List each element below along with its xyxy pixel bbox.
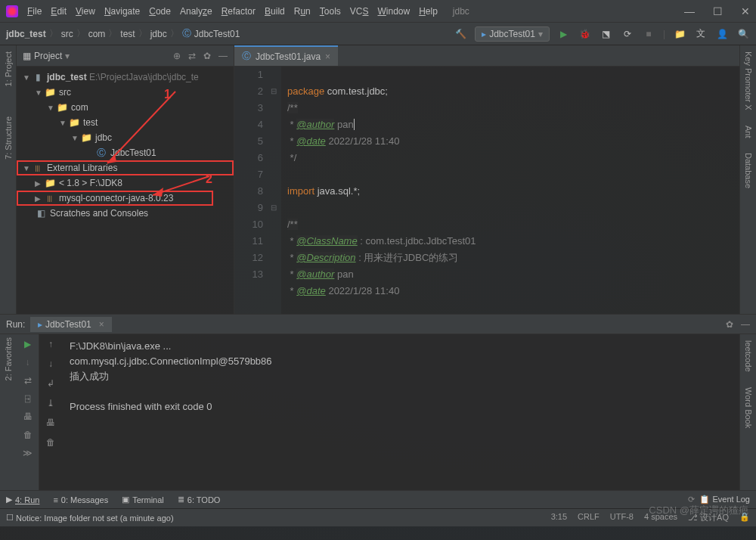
tab-label: JdbcTest01.java [256, 51, 321, 62]
update-button[interactable]: 📁 [673, 27, 686, 41]
bottom-todo[interactable]: ≣ 6: TODO [178, 495, 221, 504]
avatar-icon[interactable]: 👤 [715, 27, 729, 41]
menu-file[interactable]: File [27, 6, 42, 17]
run-button[interactable]: ▶ [557, 27, 571, 41]
tool-favorites[interactable]: 2: Favorites [4, 337, 13, 380]
export-button[interactable]: ⍈ [25, 393, 30, 404]
gear-icon[interactable]: ✿ [726, 319, 733, 330]
tree-scratches[interactable]: ◧Scratches and Consoles [17, 206, 234, 221]
crumb-com[interactable]: com [88, 29, 106, 39]
run-panel: Run: ▸JdbcTest01× ✿ — 2: Favorites ▶ ↓ ⇄… [0, 314, 756, 490]
profile-button[interactable]: ⟳ [621, 27, 634, 41]
crumb-class[interactable]: JdbcTest01 [194, 29, 240, 39]
event-log[interactable]: 📋 Event Log [699, 495, 750, 504]
line-sep[interactable]: CRLF [578, 512, 600, 523]
breadcrumb[interactable]: jdbc_test〉 src〉 com〉 test〉 jdbc〉 Ⓒ JdbcT… [6, 27, 240, 40]
tree-mysql-connector[interactable]: ▶⫼mysql-connector-java-8.0.23 [17, 191, 213, 206]
progress-icon[interactable]: ⟳ [688, 495, 695, 504]
menu-tools[interactable]: Tools [320, 6, 341, 17]
tool-project[interactable]: 1: Project [4, 51, 13, 86]
tree-com[interactable]: ▼📁com [17, 100, 234, 115]
maximize-button[interactable]: ☐ [713, 5, 723, 17]
stop-button[interactable]: ■ [642, 27, 655, 41]
status-icon[interactable]: ☐ [6, 513, 14, 523]
minimize-button[interactable]: — [684, 5, 695, 17]
close-button[interactable]: ✕ [741, 5, 750, 17]
bottom-terminal[interactable]: ▣ Terminal [122, 495, 164, 504]
tree-jdk[interactable]: ▶📁< 1.8 > F:\JDK8 [17, 175, 234, 191]
rerun-button[interactable]: ▶ [24, 339, 31, 349]
stop-button[interactable]: ↓ [26, 357, 30, 368]
close-tab-icon[interactable]: × [325, 51, 330, 62]
search-button[interactable]: 🔍 [736, 27, 750, 41]
run-config-selector[interactable]: ▸ JdbcTest01 ▾ [475, 26, 550, 42]
menu-code[interactable]: Code [149, 6, 171, 17]
crumb-project[interactable]: jdbc_test [6, 29, 46, 39]
titlebar: File Edit View Navigate Code Analyze Ref… [0, 0, 756, 23]
menu-build[interactable]: Build [265, 6, 285, 17]
menu-edit[interactable]: Edit [51, 6, 67, 17]
panel-title[interactable]: Project [34, 51, 62, 61]
print2-icon[interactable]: 🖶 [46, 417, 55, 428]
scroll-icon[interactable]: ⤓ [47, 398, 54, 408]
select-open-file-icon[interactable]: ⊕ [173, 51, 181, 61]
hide-icon[interactable]: — [218, 51, 228, 61]
clear-icon[interactable]: 🗑 [46, 437, 55, 448]
tree-class[interactable]: ⒸJdbcTest01 [17, 145, 234, 160]
toggle-button[interactable]: ⇄ [24, 375, 32, 386]
bottom-messages[interactable]: ≡ 0: Messages [53, 495, 108, 504]
fold-gutter[interactable]: ⊟⊟ [271, 67, 281, 314]
menu-window[interactable]: Window [377, 6, 410, 17]
bottom-run[interactable]: ▶ 4: Run [6, 495, 39, 504]
run-tab[interactable]: ▸JdbcTest01× [30, 317, 112, 332]
caret-pos[interactable]: 3:15 [551, 512, 567, 523]
menu-refactor[interactable]: Refactor [222, 6, 256, 17]
crumb-test[interactable]: test [120, 29, 135, 39]
expand-all-icon[interactable]: ⇄ [188, 51, 196, 61]
crumb-jdbc[interactable]: jdbc [150, 29, 167, 39]
chevron-down-icon[interactable]: ▾ [65, 51, 70, 61]
menu-run[interactable]: Run [294, 6, 311, 17]
run-config-icon: ▸ [482, 29, 486, 39]
tree-external-libraries[interactable]: ▼⫼External Libraries [17, 160, 234, 175]
code-area[interactable]: 12345678910111213 ⊟⊟ package com.test.jd… [234, 67, 739, 314]
tree-jdbc[interactable]: ▼📁jdbc [17, 130, 234, 145]
delete-button[interactable]: 🗑 [23, 430, 33, 440]
down-icon[interactable]: ↓ [48, 358, 53, 369]
menu-view[interactable]: View [76, 6, 95, 17]
lock-icon[interactable]: 🔒 [739, 512, 750, 523]
wrap-icon[interactable]: ↲ [47, 378, 54, 389]
build-icon[interactable]: 🔨 [454, 27, 467, 41]
up-icon[interactable]: ↑ [48, 339, 53, 349]
print-button[interactable]: 🖶 [23, 411, 33, 422]
menu-analyze[interactable]: Analyze [180, 6, 212, 17]
project-tree[interactable]: ▼▮jdbc_test E:\ProjectJava\jdbc\jdbc_te … [17, 67, 234, 224]
translate-button[interactable]: 文 [694, 27, 708, 41]
git-branch[interactable]: ⎇ 设计AQ [688, 512, 729, 523]
window-title: jdbc [453, 6, 469, 17]
tool-leetcode[interactable]: leetcode [744, 340, 753, 372]
tree-test[interactable]: ▼📁test [17, 115, 234, 130]
chevron-down-icon: ▾ [538, 29, 543, 39]
menu-vcs[interactable]: VCS [350, 6, 369, 17]
tool-structure[interactable]: 7: Structure [4, 116, 13, 160]
debug-button[interactable]: 🐞 [578, 27, 592, 41]
more-button[interactable]: ≫ [23, 448, 33, 458]
menu-help[interactable]: Help [419, 6, 438, 17]
coverage-button[interactable]: ⬔ [600, 27, 613, 41]
gear-icon[interactable]: ✿ [203, 51, 211, 61]
menu-navigate[interactable]: Navigate [104, 6, 140, 17]
tree-root[interactable]: ▼▮jdbc_test E:\ProjectJava\jdbc\jdbc_te [17, 70, 234, 85]
tool-keypromoter[interactable]: Key Promoter X [744, 51, 753, 110]
tool-wordbook[interactable]: Word Book [744, 387, 753, 428]
crumb-src[interactable]: src [61, 29, 73, 39]
indent[interactable]: 4 spaces [644, 512, 677, 523]
encoding[interactable]: UTF-8 [610, 512, 634, 523]
run-output[interactable]: F:\JDK8\bin\java.exe ... com.mysql.cj.jd… [62, 334, 739, 490]
tool-ant[interactable]: Ant [744, 126, 753, 138]
hide-icon[interactable]: — [741, 319, 750, 330]
tree-src[interactable]: ▼📁src [17, 85, 234, 100]
editor-tab[interactable]: Ⓒ JdbcTest01.java × [234, 45, 338, 66]
tool-database[interactable]: Database [744, 153, 753, 188]
close-icon[interactable]: × [99, 319, 104, 330]
